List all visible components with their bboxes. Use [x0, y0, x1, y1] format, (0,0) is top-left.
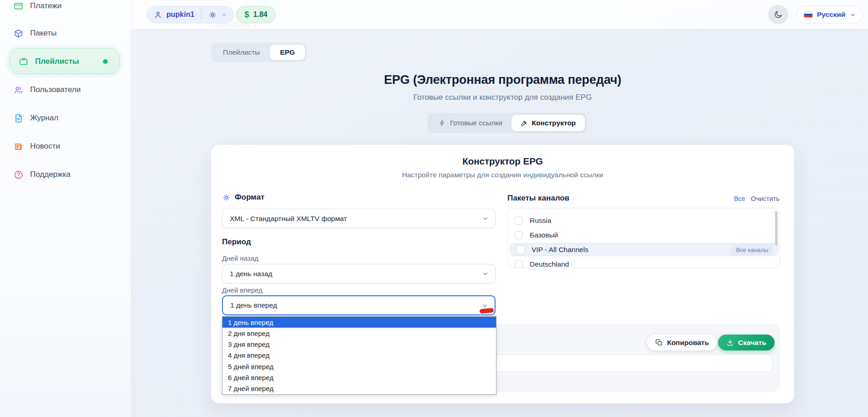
dropdown-option[interactable]: 5 дней вперед [222, 361, 496, 372]
notification-dot [103, 59, 108, 64]
days-forward-select[interactable]: 1 день вперед [222, 295, 496, 315]
package-row[interactable]: Russia [508, 214, 780, 227]
language-selector[interactable]: Русский [796, 6, 863, 23]
russian-flag-icon [804, 11, 813, 18]
sidebar-item-label: Поддержка [30, 170, 71, 179]
user-icon [154, 10, 162, 19]
sidebar-item-label: Журнал [30, 113, 58, 123]
sidebar-item-label: Платежи [30, 1, 62, 10]
tab-playlists[interactable]: Плейлисты [213, 45, 270, 60]
username: pupkin1 [166, 10, 194, 19]
document-icon [14, 113, 23, 123]
balance-amount: 1.84 [253, 10, 268, 19]
page-subtitle: Готовые ссылки и конструктор для создани… [211, 93, 794, 102]
packages-list: Russia Базовый VIP - All Channels Все ка… [507, 208, 780, 268]
package-label: Базовый [530, 231, 558, 239]
clear-link[interactable]: Очистить [751, 195, 780, 202]
balance-button[interactable]: $ 1.84 [236, 6, 276, 23]
all-channels-badge: Все каналы [731, 244, 773, 255]
package-icon [14, 29, 23, 38]
dropdown-option[interactable]: 6 дней вперед [222, 372, 496, 383]
mode-toggle: Готовые ссылки Конструктор [428, 113, 587, 133]
moon-icon [774, 10, 783, 19]
app-window: Плейлист Платежи Пакеты Плейлисты П [0, 0, 868, 417]
newspaper-icon [14, 142, 23, 151]
sidebar-item-label: Пакеты [30, 29, 57, 38]
copy-label: Копировать [667, 339, 709, 347]
days-forward-dropdown: 1 день вперед 2 дня вперед 3 дня вперед … [222, 316, 496, 395]
days-forward-label: Дней вперед [222, 286, 263, 294]
wrench-icon [521, 119, 528, 127]
sidebar-item-label: Плейлисты [35, 57, 79, 66]
card-subtitle: Настройте параметры для создания индивид… [211, 171, 794, 179]
package-label: VIP - All Channels [532, 246, 589, 254]
users-icon [14, 85, 23, 95]
dropdown-option[interactable]: 1 день вперед [222, 317, 496, 328]
page-title: EPG (Электронная программа передач) [211, 73, 794, 87]
days-back-label: Дней назад [222, 254, 258, 262]
dropdown-option[interactable]: 4 дня вперед [222, 350, 496, 361]
sidebar-item-packages[interactable]: Пакеты [14, 26, 119, 41]
packages-links: Все Очистить [734, 195, 780, 202]
sidebar-item-journal[interactable]: Журнал [14, 110, 119, 126]
theme-toggle-button[interactable] [768, 5, 788, 24]
gear-icon[interactable] [208, 10, 217, 19]
copy-button[interactable]: Копировать [647, 335, 717, 350]
download-button[interactable]: Скачать [718, 335, 775, 350]
package-label: Russia [530, 216, 551, 225]
period-label: Период [222, 237, 251, 247]
topbar: pupkin1 $ 1.84 Русский [131, 0, 868, 29]
package-label: Deutschland [530, 260, 569, 268]
sidebar: Платежи Пакеты Плейлисты Пользователи [0, 0, 131, 417]
package-row[interactable]: VIP - All Channels Все каналы [510, 243, 779, 256]
package-row[interactable]: Базовый [508, 228, 780, 242]
checkbox[interactable] [515, 260, 523, 268]
page-tabs: Плейлисты EPG [211, 43, 307, 62]
lightning-icon [439, 119, 446, 127]
days-forward-value: 1 день вперед [230, 301, 277, 309]
copy-icon [655, 339, 663, 346]
format-label: Формат [235, 193, 264, 202]
card-title: Конструктор EPG [211, 156, 794, 167]
dropdown-option[interactable]: 7 дней вперед [222, 383, 496, 394]
sidebar-item-playlists[interactable]: Плейлисты [9, 48, 120, 74]
days-back-select[interactable]: 1 день назад [222, 264, 496, 283]
mode-constructor[interactable]: Конструктор [512, 115, 585, 131]
scrollbar-thumb[interactable] [775, 211, 778, 246]
chevron-down-icon [221, 12, 227, 18]
mode-label: Конструктор [532, 119, 576, 127]
checkbox[interactable] [517, 246, 525, 254]
packages-title: Пакеты каналов [507, 194, 569, 203]
sidebar-item-users[interactable]: Пользователи [14, 82, 119, 98]
checkbox[interactable] [515, 216, 523, 225]
sidebar-item-payments[interactable]: Платежи [14, 0, 119, 14]
dollar-icon: $ [244, 10, 249, 20]
mode-ready-links[interactable]: Готовые ссылки [429, 115, 512, 131]
sidebar-item-label: Новости [30, 142, 60, 151]
chevron-down-icon [481, 302, 488, 309]
checkbox[interactable] [515, 231, 523, 239]
gear-icon [222, 193, 231, 202]
sidebar-item-support[interactable]: Поддержка [14, 167, 119, 182]
download-icon [726, 339, 734, 346]
user-menu[interactable]: pupkin1 [147, 6, 234, 23]
credit-card-icon [14, 1, 23, 11]
format-select[interactable]: XML - Стандартный XMLTV формат [222, 209, 496, 228]
language-label: Русский [817, 10, 846, 19]
tv-icon [19, 57, 28, 66]
select-all-link[interactable]: Все [734, 195, 745, 202]
mode-label: Готовые ссылки [450, 119, 502, 127]
epg-builder-card: Конструктор EPG Настройте параметры для … [211, 145, 794, 403]
tab-epg[interactable]: EPG [270, 45, 305, 60]
sidebar-item-label: Пользователи [30, 85, 81, 94]
dropdown-option[interactable]: 2 дня вперед [222, 328, 496, 339]
chevron-down-icon [482, 215, 489, 222]
format-value: XML - Стандартный XMLTV формат [230, 215, 347, 223]
help-circle-icon [14, 170, 23, 180]
divider [201, 9, 202, 20]
dropdown-option[interactable]: 3 дня вперед [222, 339, 496, 350]
download-label: Скачать [738, 339, 766, 347]
package-row[interactable]: Deutschland [508, 257, 780, 268]
sidebar-item-news[interactable]: Новости [14, 139, 119, 154]
chevron-down-icon [482, 270, 489, 277]
